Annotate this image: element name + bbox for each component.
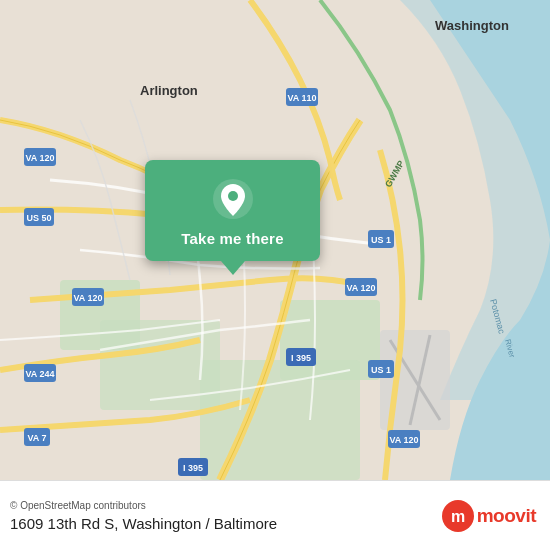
- svg-text:Arlington: Arlington: [140, 83, 198, 98]
- location-popup[interactable]: Take me there: [145, 160, 320, 261]
- svg-text:VA 120: VA 120: [346, 283, 375, 293]
- take-me-there-button[interactable]: Take me there: [181, 230, 283, 247]
- svg-text:US 1: US 1: [371, 365, 391, 375]
- svg-text:VA 244: VA 244: [25, 369, 54, 379]
- svg-text:VA 7: VA 7: [27, 433, 46, 443]
- svg-text:US 1: US 1: [371, 235, 391, 245]
- bottom-bar: © OpenStreetMap contributors 1609 13th R…: [0, 480, 550, 550]
- svg-text:VA 120: VA 120: [25, 153, 54, 163]
- bottom-left-info: © OpenStreetMap contributors 1609 13th R…: [10, 500, 277, 532]
- attribution-text: © OpenStreetMap contributors: [10, 500, 277, 511]
- svg-text:I 395: I 395: [291, 353, 311, 363]
- svg-text:VA 110: VA 110: [287, 93, 316, 103]
- address-text: 1609 13th Rd S, Washington / Baltimore: [10, 515, 277, 532]
- moovit-logo: m moovit: [441, 499, 536, 533]
- svg-text:m: m: [451, 508, 465, 525]
- svg-rect-5: [200, 360, 360, 480]
- svg-text:VA 120: VA 120: [389, 435, 418, 445]
- svg-point-37: [228, 191, 238, 201]
- location-pin-icon: [212, 178, 254, 220]
- svg-text:Washington: Washington: [435, 18, 509, 33]
- svg-text:VA 120: VA 120: [73, 293, 102, 303]
- svg-text:US 50: US 50: [26, 213, 51, 223]
- moovit-icon: m: [441, 499, 475, 533]
- svg-text:I 395: I 395: [183, 463, 203, 473]
- map-container[interactable]: Potomac River: [0, 0, 550, 480]
- moovit-label: moovit: [477, 505, 536, 527]
